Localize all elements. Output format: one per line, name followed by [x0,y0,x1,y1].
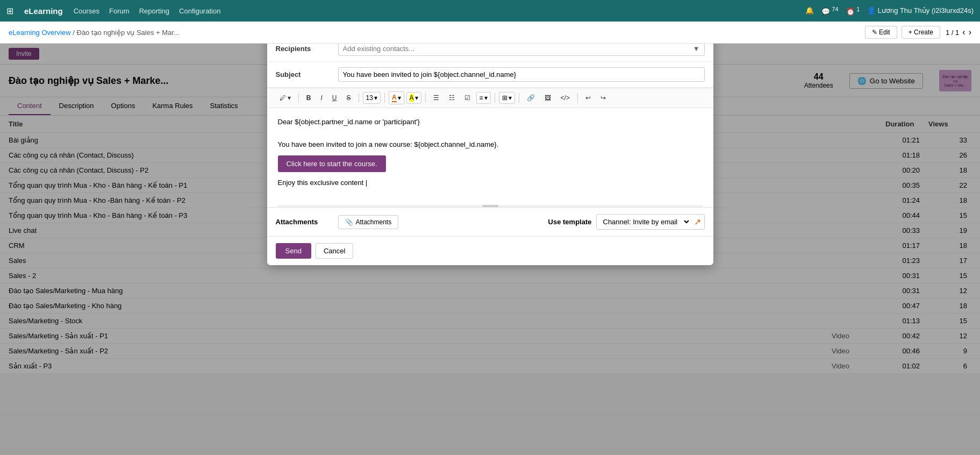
paperclip-icon: 📎 [345,218,353,226]
editor-line-3: Enjoy this exclusive content | [278,177,703,189]
breadcrumb-sep: / [73,29,75,37]
toolbar-sep-3 [384,93,385,103]
font-size-value: 13 [366,94,373,102]
toolbar-sep-1 [298,93,299,103]
start-course-button[interactable]: Click here to start the course. [278,155,386,172]
breadcrumb-actions: ✎ Edit + Create [865,26,940,39]
edit-button[interactable]: ✎ Edit [865,26,897,39]
highlight-dropdown[interactable]: A ▾ [406,92,421,104]
topbar-right: 🔔 💬 74 ⏰ 1 👤 Lương Thu Thủy (i2i3lurxd24… [805,6,974,16]
external-link-icon[interactable]: ↗ [691,217,704,227]
subject-input-wrap [338,67,705,82]
recipients-label: Recipients [276,45,330,53]
template-section: Use template Channel: Invite by email ↗ [548,214,705,230]
topbar: ⊞ eLearning Courses Forum Reporting Conf… [0,0,980,22]
modal-footer: Send Cancel [267,236,713,265]
recipients-text-input[interactable] [343,45,693,53]
toolbar-sep-4 [425,93,426,103]
prev-page-button[interactable]: ‹ [962,27,965,37]
link-button[interactable]: 🔗 [523,92,539,104]
table-icon: ⊞ [502,94,507,102]
chat-count: 74 [832,6,839,12]
undo-button[interactable]: ↩ [582,92,595,104]
toolbar-sep-7 [577,93,578,103]
highlight-label: A [410,94,414,102]
subject-row: Subject [267,62,713,88]
dropdown-icon: ▼ [693,45,700,53]
image-button[interactable]: 🖼 [541,92,555,104]
modal-overlay: ⚙ Odoo × Recipients ▼ [0,44,980,455]
modal-dialog: ⚙ Odoo × Recipients ▼ [267,44,713,265]
editor-toolbar: 🖊 ▾ B I U S 13 ▾ A ▾ [267,88,713,108]
editor-line-2: You have been invited to join a new cour… [278,139,703,151]
table-dropdown[interactable]: ⊞ ▾ [499,92,515,104]
recipients-input-wrap: ▼ [338,44,705,56]
send-button[interactable]: Send [276,243,311,259]
bullet-list-button[interactable]: ☰ [430,92,443,104]
next-page-button[interactable]: › [969,27,971,37]
numbered-list-button[interactable]: ☷ [445,92,459,104]
strikethrough-button[interactable]: S [343,92,355,104]
content-area: Invite Đào tạo nghiệp vụ Sales + Marke..… [0,44,980,455]
user-name: Lương Thu Thủy (i2i3lurxd24s) [878,6,974,15]
align-dropdown[interactable]: ≡ ▾ [476,92,491,104]
font-size-chevron: ▾ [374,94,377,102]
breadcrumb-bar: eLearning Overview / Đào tạo nghiệp vụ S… [0,22,980,44]
scrollbar-thumb[interactable] [482,205,498,207]
top-nav: Courses Forum Reporting Configuration [74,7,221,15]
activity-icon[interactable]: ⏰ 1 [846,6,860,16]
nav-reporting[interactable]: Reporting [139,7,169,15]
italic-button[interactable]: I [317,92,326,104]
editor-scroll-area: Dear ${object.partner_id.name or 'partic… [267,108,713,207]
recipients-field[interactable]: ▼ [338,44,705,56]
font-color-dropdown[interactable]: A ▾ [389,91,404,104]
template-label: Use template [548,218,592,226]
recipients-row: Recipients ▼ [267,44,713,62]
breadcrumb-root[interactable]: eLearning Overview [9,29,71,37]
grid-icon[interactable]: ⊞ [6,6,13,16]
table-chevron: ▾ [509,94,512,102]
toolbar-sep-6 [519,93,519,103]
template-select[interactable]: Channel: Invite by email [597,215,691,229]
subject-input[interactable] [338,67,705,82]
user-avatar[interactable]: 👤 Lương Thu Thủy (i2i3lurxd24s) [867,6,974,15]
cancel-button[interactable]: Cancel [316,243,353,259]
toolbar-sep-5 [495,93,495,103]
font-color-label: A [392,94,397,102]
nav-forum[interactable]: Forum [109,7,130,15]
attachments-label: Attachments [276,218,330,226]
activity-count: 1 [856,6,860,12]
font-size-dropdown[interactable]: 13 ▾ [363,92,381,104]
bell-icon[interactable]: 🔔 [805,6,814,15]
attachments-row: Attachments 📎 Attachments Use template C… [267,207,713,236]
editor-content[interactable]: Dear ${object.partner_id.name or 'partic… [267,108,713,205]
breadcrumb: eLearning Overview / Đào tạo nghiệp vụ S… [9,29,180,37]
chat-icon[interactable]: 💬 74 [821,6,839,16]
underline-button[interactable]: U [328,92,341,104]
highlight-chevron: ▾ [415,94,418,102]
style-button[interactable]: 🖊 ▾ [276,92,295,104]
breadcrumb-current: Đào tạo nghiệp vụ Sales + Mar... [77,29,180,37]
create-button[interactable]: + Create [902,26,940,39]
page-nav: 1 / 1 ‹ › [946,27,971,37]
page-num: 1 / 1 [946,29,959,37]
align-icon: ≡ [480,94,483,102]
checkbox-button[interactable]: ☑ [461,92,474,104]
bold-button[interactable]: B [303,92,315,104]
align-chevron: ▾ [484,94,488,102]
attachments-button[interactable]: 📎 Attachments [338,215,399,229]
subject-label: Subject [276,70,330,79]
nav-courses[interactable]: Courses [74,7,99,15]
toolbar-sep-2 [359,93,359,103]
redo-button[interactable]: ↪ [597,92,610,104]
nav-configuration[interactable]: Configuration [179,7,220,15]
attachments-btn-label: Attachments [356,218,392,226]
font-color-chevron: ▾ [398,94,401,102]
modal-body: Recipients ▼ Subject [267,44,713,236]
app-logo: eLearning [24,6,63,16]
code-button[interactable]: </> [557,92,574,104]
editor-line-1: Dear ${object.partner_id.name or 'partic… [278,117,703,128]
